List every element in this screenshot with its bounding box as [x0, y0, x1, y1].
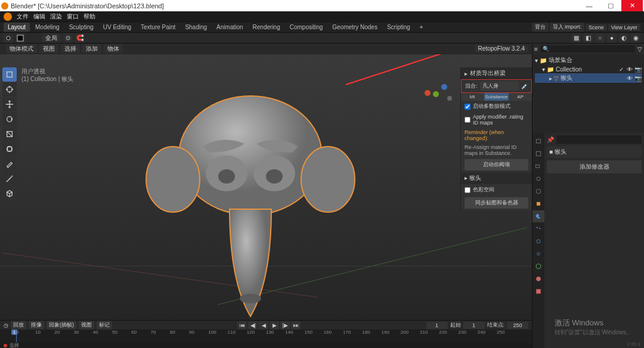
axis-z-icon[interactable] [441, 84, 447, 90]
ptab-object[interactable] [532, 198, 544, 210]
tool-scale[interactable] [2, 127, 17, 141]
ptab-material[interactable] [532, 273, 544, 285]
pin-icon[interactable]: 📌 [547, 136, 554, 143]
np-mesh-input[interactable]: 凡人身 [480, 82, 519, 91]
workspace-sculpting[interactable]: Sculpting [65, 23, 98, 32]
np-check-applymod[interactable]: Apply modifier .rating ID maps [461, 112, 532, 128]
np-header[interactable]: ▸材质导出桥梁 [461, 67, 532, 79]
vp-menu-select[interactable]: 选择 [61, 44, 80, 54]
ptab-data[interactable] [532, 260, 544, 272]
menu-window[interactable]: 窗口 [67, 13, 79, 21]
minimize-button[interactable]: — [578, 0, 600, 11]
ptab-output[interactable] [532, 148, 544, 160]
ptab-physics[interactable] [532, 235, 544, 247]
ptab-world[interactable] [532, 185, 544, 197]
maximize-button[interactable]: ▢ [600, 0, 621, 11]
tree-collection[interactable]: ▾📁Collection ✓👁📷 [535, 65, 642, 73]
render-icon[interactable]: 📷 [634, 74, 642, 82]
jump-end-icon[interactable]: ⏭ [291, 321, 301, 330]
end-frame[interactable]: 250 [507, 322, 528, 329]
cursor-tool-icon[interactable] [4, 33, 13, 43]
hide-icon[interactable]: 👁 [626, 74, 633, 82]
tool-transform[interactable] [2, 142, 17, 156]
tree-object-monkey[interactable]: ▸▽猴头 👁📷 [535, 73, 642, 83]
tl-menu-keyframe[interactable]: 回象(插帧) [47, 321, 76, 330]
outliner-filter-icon[interactable]: ▽ [637, 46, 642, 52]
shading-solid-icon[interactable]: ● [607, 33, 617, 43]
workspace-rendering[interactable]: Rendering [249, 23, 284, 32]
np-section-object[interactable]: ▸ 猴头 [461, 172, 532, 184]
workspace-layout[interactable]: Layout [4, 23, 30, 32]
close-button[interactable]: ✕ [621, 0, 643, 11]
timeline-ruler[interactable]: 1 01020304050607080901001101201301401501… [0, 330, 532, 343]
ptab-texture[interactable] [532, 285, 544, 297]
select-mode-icon[interactable] [16, 33, 25, 43]
ptab-modifier[interactable] [532, 210, 544, 222]
np-check-colorspace[interactable]: 色彩空间 [461, 184, 532, 195]
xray-icon[interactable]: ◧ [583, 33, 593, 43]
ptab-constraint[interactable] [532, 248, 544, 260]
import-dropdown[interactable]: 导入 Import: [550, 23, 585, 32]
viewlayer-select[interactable]: View Layer [608, 24, 640, 31]
np-tab-mi[interactable]: MI [461, 93, 484, 101]
workspace-add[interactable]: + [416, 23, 428, 32]
vp-menu-add[interactable]: 添加 [82, 44, 101, 54]
jump-start-icon[interactable]: ⏮ [237, 321, 247, 330]
menu-edit[interactable]: 编辑 [33, 13, 45, 21]
outliner-search[interactable]: 🔍 [540, 45, 635, 52]
keyframe-next-icon[interactable]: |▶ [280, 321, 290, 330]
tool-select[interactable] [2, 67, 17, 82]
workspace-uv[interactable]: UV Editing [99, 23, 135, 32]
back-to-prev[interactable]: 背台 [532, 23, 549, 32]
tl-editor-icon[interactable]: ◷ [4, 322, 8, 328]
ptab-scene[interactable] [532, 173, 544, 185]
tl-menu-keying[interactable]: 抠像 [29, 321, 44, 330]
tool-cursor[interactable] [2, 82, 17, 97]
axis-neg-icon[interactable] [447, 96, 452, 101]
np-tab-ap[interactable]: AP [509, 93, 532, 101]
play-reverse-icon[interactable]: ◀ [259, 321, 268, 330]
np-tab-substance[interactable]: Substance [484, 93, 509, 101]
vp-menu-object[interactable]: 物体 [104, 44, 123, 54]
tool-addcube[interactable] [2, 187, 17, 201]
mode-select[interactable]: 物体模式 [6, 44, 37, 54]
add-modifier-button[interactable]: 添加修改器 [547, 160, 642, 173]
tl-menu-playback[interactable]: 回放 [11, 321, 26, 330]
tl-menu-view[interactable]: 视图 [79, 321, 94, 330]
workspace-texture[interactable]: Texture Paint [137, 23, 179, 32]
np-check-multidata[interactable]: 启动多数据模式 [461, 101, 532, 112]
keyframe-prev-icon[interactable]: ◀| [248, 321, 258, 330]
mesh-object-suzanne[interactable] [131, 84, 370, 322]
menu-render[interactable]: 渲染 [50, 13, 62, 21]
hide-icon[interactable]: 👁 [626, 66, 633, 73]
tree-scene-collection[interactable]: ▾📁场景集合 [535, 55, 642, 65]
np-button-start[interactable]: 启动你阀塌 [465, 159, 528, 170]
workspace-shading[interactable]: Shading [181, 23, 211, 32]
pivot-icon[interactable]: ⊙ [63, 33, 73, 43]
workspace-animation[interactable]: Animation [212, 23, 247, 32]
vp-menu-view[interactable]: 视图 [39, 44, 58, 54]
shading-material-icon[interactable]: ◐ [619, 33, 628, 43]
ptab-render[interactable] [532, 135, 544, 147]
nav-gizmo[interactable] [425, 78, 454, 108]
orientation-select[interactable]: 全局 [42, 33, 61, 43]
play-icon[interactable]: ▶ [270, 321, 279, 330]
menu-help[interactable]: 帮助 [83, 13, 95, 21]
tool-rotate[interactable] [2, 112, 17, 126]
props-search[interactable] [556, 135, 642, 144]
render-icon[interactable]: 📷 [634, 66, 642, 73]
ptab-viewlayer[interactable] [532, 160, 544, 172]
shading-render-icon[interactable]: ◉ [631, 33, 640, 43]
restrict-icon[interactable]: ✓ [618, 66, 625, 73]
np-button-sync[interactable]: 同步贴图和备色器 [465, 197, 528, 209]
props-breadcrumb[interactable]: ■ 猴头 [547, 146, 642, 158]
outliner-type-icon[interactable]: ≡ [534, 46, 538, 52]
shading-wire-icon[interactable]: ○ [595, 33, 605, 43]
tl-menu-marker[interactable]: 标记 [97, 321, 112, 330]
axis-x-icon[interactable] [425, 90, 431, 96]
menu-file[interactable]: 文件 [17, 13, 29, 21]
tool-measure[interactable] [2, 172, 17, 186]
3d-viewport[interactable]: 用户透视 (1) Collection | 猴头 [0, 54, 532, 348]
tool-annotate[interactable] [2, 157, 17, 171]
start-frame[interactable]: 1 [463, 322, 485, 329]
